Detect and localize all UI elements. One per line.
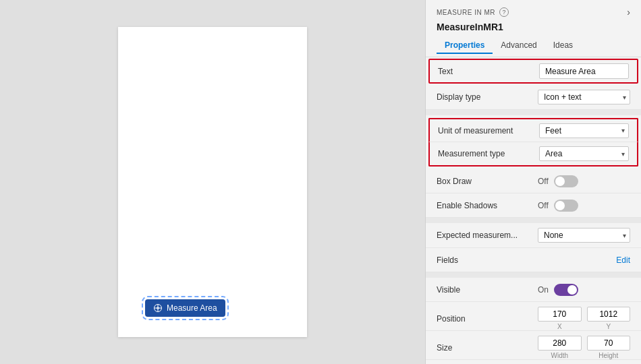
position-x-box: X [538,307,582,330]
fields-edit-link[interactable]: Edit [538,255,630,265]
canvas-page: Measure Area [118,27,307,337]
box-draw-row: Box Draw Off [426,169,641,193]
text-property-row: Text [428,59,638,84]
tab-ideas[interactable]: Ideas [545,38,581,54]
visible-on-label: On [538,285,549,295]
expected-meas-select[interactable]: None Custom [538,228,630,243]
text-value-box[interactable] [539,63,629,79]
position-y-input[interactable] [587,307,631,322]
tab-properties[interactable]: Properties [437,38,493,54]
display-type-select[interactable]: Icon only Icon + text Text only [538,90,630,104]
right-panel: MEASURE IN MR ? › MeasureInMR1 Propertie… [425,0,641,364]
position-x-label: X [557,323,562,330]
tab-advanced[interactable]: Advanced [493,38,545,54]
separator-2 [426,218,641,223]
box-draw-label: Box Draw [437,177,538,186]
visible-row: Visible On [426,278,641,302]
visible-label: Visible [437,285,538,295]
expected-meas-label: Expected measurem... [437,231,538,240]
panel-body: Text Display type Icon only Icon + text … [426,57,641,364]
position-x-input[interactable] [538,307,582,322]
unit-dropdown-wrapper: Feet Meters Inches ▾ [539,123,629,138]
visible-toggle[interactable] [554,284,578,296]
position-y-label: Y [606,323,611,330]
enable-shadows-label: Enable Shadows [437,201,538,210]
box-draw-toggle-wrapper: Off [538,175,578,187]
position-y-box: Y [587,307,631,330]
separator-3 [426,272,641,278]
size-height-box: Height [587,336,631,359]
box-draw-off-label: Off [538,177,549,186]
position-inputs: X Y [538,307,630,330]
text-label: Text [438,67,539,76]
expected-meas-dropdown-wrapper: None Custom ▾ [538,228,630,243]
visible-toggle-wrapper: On [538,284,578,296]
panel-title-left: MEASURE IN MR ? [437,7,509,17]
panel-header: MEASURE IN MR ? › MeasureInMR1 Propertie… [426,0,641,57]
tabs-row: Properties Advanced Ideas [437,38,630,54]
position-label: Position [437,314,538,324]
measurement-type-dropdown-wrapper: Area Length Volume ▾ [539,146,629,161]
section-label: MEASURE IN MR [437,9,495,16]
unit-measurement-row: Unit of measurement Feet Meters Inches ▾ [428,118,638,142]
size-inputs: Width Height [538,336,630,359]
enable-shadows-row: Enable Shadows Off [426,193,641,218]
unit-select[interactable]: Feet Meters Inches [539,123,629,138]
display-type-row: Display type Icon only Icon + text Text … [426,85,641,110]
info-icon[interactable]: ? [499,7,509,17]
enable-shadows-toggle-wrapper: Off [538,200,578,212]
instance-name: MeasureInMR1 [437,22,630,32]
measure-button-label: Measure Area [167,303,217,313]
expected-meas-row: Expected measurem... None Custom ▾ [426,223,641,248]
box-draw-toggle[interactable] [554,175,578,187]
chevron-right-icon[interactable]: › [627,7,630,18]
canvas-area: Measure Area [0,0,425,364]
measure-area-button[interactable]: Measure Area [145,299,225,317]
measurement-type-label: Measurement type [438,149,539,158]
size-row: Size Width Height [426,331,641,360]
display-type-label: Display type [437,92,538,102]
unit-label: Unit of measurement [438,126,539,135]
size-width-input[interactable] [538,336,582,351]
size-height-input[interactable] [587,336,631,351]
size-width-box: Width [538,336,582,359]
panel-title-row: MEASURE IN MR ? › [437,7,630,18]
measure-icon [153,303,163,313]
size-height-label: Height [598,352,618,359]
measurement-type-select[interactable]: Area Length Volume [539,146,629,161]
fields-row: Fields Edit [426,248,641,272]
enable-shadows-off-label: Off [538,201,549,210]
measurement-type-row: Measurement type Area Length Volume ▾ [428,142,638,166]
display-type-dropdown-wrapper: Icon only Icon + text Text only ▾ [538,90,630,104]
separator-1 [426,110,641,115]
enable-shadows-toggle[interactable] [554,200,578,212]
size-label: Size [437,343,538,353]
text-input[interactable] [545,67,623,76]
position-row: Position X Y [426,302,641,331]
fields-label: Fields [437,255,538,265]
size-width-label: Width [551,352,568,359]
